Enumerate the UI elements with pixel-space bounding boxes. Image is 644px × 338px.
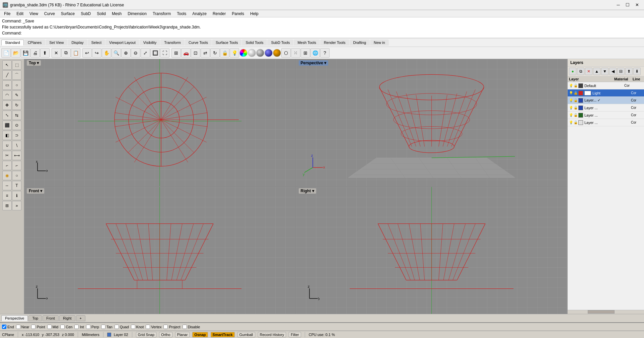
menu-tools[interactable]: Tools (174, 11, 189, 17)
menu-curve[interactable]: Curve (42, 11, 58, 17)
lt-text[interactable]: T (12, 181, 21, 190)
viewport-front[interactable]: Front ▾ x z (24, 187, 295, 314)
osnap-quad-check[interactable] (115, 325, 119, 329)
tb-sphere2[interactable] (256, 49, 264, 57)
osnap-project-check[interactable] (163, 325, 168, 329)
bb-layer-color-swatch[interactable] (107, 333, 111, 337)
menu-surface[interactable]: Surface (58, 11, 77, 17)
tb-new[interactable]: 📄 (1, 48, 11, 58)
color-swatch-layer6[interactable] (578, 120, 583, 125)
tb-undo[interactable]: ↩ (82, 48, 92, 58)
tb-zoomin[interactable]: ⊕ (121, 48, 131, 58)
tb-sphere3[interactable] (265, 49, 273, 57)
menu-help[interactable]: Help (247, 11, 261, 17)
lyr-left[interactable]: ◀ (609, 68, 617, 75)
tb-analyze2[interactable]: ⬡ (281, 48, 291, 58)
lt-mirror2[interactable]: ⇆ (12, 111, 21, 120)
lt-grid2[interactable]: ⊞ (2, 201, 12, 210)
lock-icon-layer3[interactable]: 🔓 (574, 98, 578, 102)
lt-boolean-diff[interactable]: ∖ (12, 141, 21, 150)
viewport-top[interactable]: Top ▾ x y (24, 59, 295, 186)
osnap-int-check[interactable] (74, 325, 79, 329)
lt-layer[interactable]: ≡ (2, 191, 12, 200)
lock-icon-layer6[interactable]: 🔓 (574, 121, 578, 124)
vp-tab-top[interactable]: Top (28, 315, 42, 321)
osnap-vertex[interactable]: Vertex (146, 325, 161, 329)
bb-ortho[interactable]: Ortho (159, 332, 172, 337)
tb-open[interactable]: 📂 (11, 48, 20, 58)
lt-select-box[interactable]: ⬚ (12, 60, 21, 70)
vp-right-label[interactable]: Right ▾ (299, 188, 316, 194)
osnap-near-check[interactable] (16, 325, 20, 329)
lt-draw-line[interactable]: ╱ (2, 70, 12, 80)
lock-icon-light[interactable]: 🔓 (574, 91, 578, 95)
tab-drafting[interactable]: Drafting (350, 40, 370, 46)
bb-smarttrack[interactable]: SmartTrack (211, 332, 235, 337)
osnap-disable[interactable]: Disable (183, 325, 200, 329)
tb-color[interactable] (239, 49, 247, 57)
menu-render[interactable]: Render (210, 11, 228, 17)
tb-redo[interactable]: ↪ (92, 48, 101, 58)
osnap-cen-check[interactable] (60, 325, 65, 329)
color-swatch-default[interactable] (578, 83, 583, 88)
tab-viewportlayout[interactable]: Viewport Layout (105, 40, 139, 46)
lock-icon-layer4[interactable]: 🔓 (574, 106, 578, 110)
tb-transform2[interactable]: ⊞ (301, 48, 310, 58)
vp-tab-perspective[interactable]: Perspective (1, 315, 28, 321)
layers-scrollbar[interactable] (568, 310, 644, 314)
vis-icon-default[interactable]: 💡 (569, 84, 573, 87)
lt-chamfer[interactable]: ⌐ (12, 161, 21, 170)
layer-row-layer3[interactable]: 💡 🔓 Layer... ✓ Cor (568, 97, 644, 104)
tb-print[interactable]: 🖨 (30, 48, 40, 58)
menu-subd[interactable]: SubD (78, 11, 93, 17)
osnap-disable-check[interactable] (183, 325, 187, 329)
maximize-button[interactable]: ☐ (623, 1, 632, 9)
layer-row-layer5[interactable]: 💡 🔓 Layer ... Cor (568, 112, 644, 119)
color-swatch-layer3[interactable] (578, 98, 583, 103)
tab-newin[interactable]: New in (370, 40, 389, 46)
vp-tab-add[interactable]: + (76, 315, 85, 321)
lt-expand[interactable]: » (12, 201, 21, 210)
osnap-cen[interactable]: Cen (60, 325, 72, 329)
bb-gridsnap[interactable]: Grid Snap (136, 332, 157, 337)
osnap-vertex-check[interactable] (146, 325, 150, 329)
osnap-end[interactable]: End (2, 325, 14, 329)
vis-icon-layer5[interactable]: 💡 (569, 113, 573, 117)
osnap-mid[interactable]: Mid (47, 325, 59, 329)
tb-zoomsel[interactable]: ⛶ (160, 48, 169, 58)
lyr-add[interactable]: ● (569, 68, 576, 75)
lt-pt-on[interactable]: ◉ (2, 171, 12, 180)
lt-draw-circle[interactable]: ○ (12, 80, 21, 90)
lock-icon-layer5[interactable]: 🔓 (574, 113, 578, 117)
tb-snap[interactable]: ⊡ (191, 48, 200, 58)
bb-planar[interactable]: Planar (175, 332, 190, 337)
tb-zoomout[interactable]: ⊖ (131, 48, 140, 58)
tb-grid[interactable]: ⊞ (171, 48, 181, 58)
tab-surfacetools[interactable]: Surface Tools (212, 40, 241, 46)
lt-scale[interactable]: ⤡ (2, 111, 12, 120)
tb-rotate[interactable]: ↻ (210, 48, 220, 58)
menu-mesh[interactable]: Mesh (109, 11, 124, 17)
tb-zoom[interactable]: 🔍 (112, 48, 121, 58)
tab-transform[interactable]: Transform (160, 40, 185, 46)
menu-solid[interactable]: Solid (94, 11, 109, 17)
bb-recordhistory[interactable]: Record History (258, 332, 286, 337)
lyr-duplicate[interactable]: ⧉ (577, 68, 584, 75)
osnap-tan[interactable]: Tan (101, 325, 113, 329)
vp-perspective-label[interactable]: Perspective ▾ (299, 60, 329, 66)
lt-fillet[interactable]: ⌐ (2, 161, 12, 170)
titlebar-controls[interactable]: ─ ☐ ✕ (614, 1, 641, 9)
viewport-right[interactable]: Right ▾ y z (296, 187, 567, 314)
lt-rotate2[interactable]: ↻ (12, 100, 21, 110)
osnap-project[interactable]: Project (163, 325, 180, 329)
tab-subdtools[interactable]: SubD Tools (267, 40, 293, 46)
osnap-point-check[interactable] (31, 325, 35, 329)
color-swatch-layer5[interactable] (578, 113, 583, 118)
tb-lock[interactable]: 🔒 (220, 48, 229, 58)
osnap-quad[interactable]: Quad (115, 325, 129, 329)
tb-paste[interactable]: 📋 (71, 48, 80, 58)
color-swatch-layer4[interactable] (578, 106, 583, 110)
lt-loft[interactable]: ◧ (2, 131, 12, 140)
lt-boolean-union[interactable]: ∪ (2, 141, 12, 150)
lt-extrude[interactable]: ⬛ (2, 121, 12, 130)
